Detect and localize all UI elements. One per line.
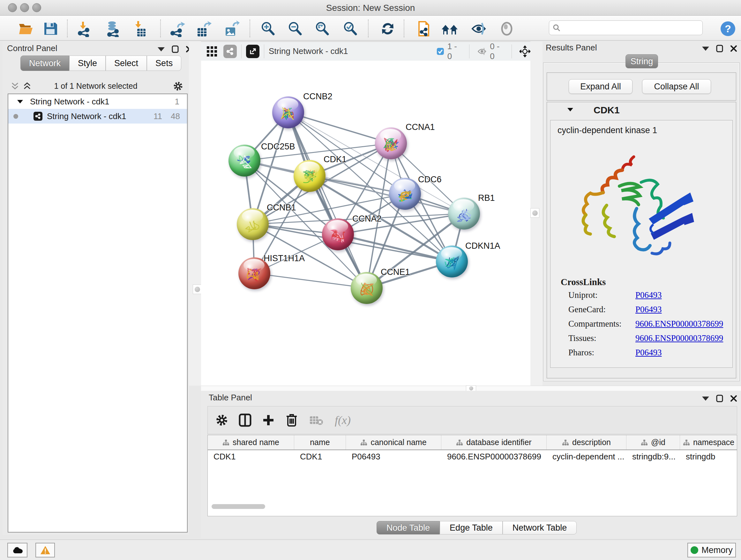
crosslink-link[interactable]: P06493 xyxy=(635,290,662,300)
import-table-icon[interactable] xyxy=(131,20,149,38)
node-CDC25B[interactable] xyxy=(228,145,260,177)
eye-slash-icon[interactable] xyxy=(470,20,488,38)
network-canvas[interactable]: CCNB2CCNA1CDC25BCDK1CDC6RB1CCNB1CCNA2CDK… xyxy=(201,42,530,367)
selected-checkbox-icon[interactable] xyxy=(436,47,444,56)
cell-description[interactable]: cyclin-dependent ... xyxy=(547,452,626,462)
function-builder-icon[interactable]: f(x) xyxy=(335,414,351,427)
results-panel-title: Results Panel xyxy=(546,43,597,53)
zoom-fit-icon[interactable] xyxy=(313,20,331,38)
column-header-sharedname[interactable]: shared name xyxy=(208,435,294,449)
import-network-database-icon[interactable] xyxy=(105,20,122,38)
export-image-icon[interactable] xyxy=(222,20,240,38)
zoom-out-icon[interactable] xyxy=(286,20,304,38)
delete-column-icon[interactable] xyxy=(286,413,298,427)
gear-icon[interactable] xyxy=(215,414,228,427)
columns-icon[interactable] xyxy=(239,413,252,427)
cell-sharedname[interactable]: CDK1 xyxy=(208,452,294,462)
gear-icon[interactable] xyxy=(173,81,183,91)
houses-icon[interactable] xyxy=(441,20,459,38)
node-table: shared namenamecanonical namedatabase id… xyxy=(207,435,737,516)
panel-menu-icon[interactable] xyxy=(702,396,709,401)
import-network-file-icon[interactable] xyxy=(76,20,93,38)
column-header-namespace[interactable]: namespace xyxy=(680,435,737,449)
toolbar-divider xyxy=(368,19,368,37)
tab-style[interactable]: Style xyxy=(69,56,106,71)
tab-select[interactable]: Select xyxy=(106,56,147,71)
tab-edge-table[interactable]: Edge Table xyxy=(440,521,502,535)
tab-network[interactable]: Network xyxy=(20,56,69,71)
cell-databaseidentifier[interactable]: 9606.ENSP00000378699 xyxy=(441,452,547,462)
export-table-icon[interactable] xyxy=(194,20,212,38)
collapse-all-button[interactable]: Collapse All xyxy=(642,79,711,94)
eye-icon[interactable] xyxy=(498,20,516,38)
crosslink-link[interactable]: 9606.ENSP00000378699 xyxy=(635,319,723,329)
network-row-selected[interactable]: String Network - cdk1 11 48 xyxy=(8,109,187,124)
node-RB1[interactable] xyxy=(448,198,480,230)
crosslink-label: Tissues: xyxy=(568,333,596,343)
delete-table-icon[interactable] xyxy=(309,415,323,426)
right-splitter-handle[interactable] xyxy=(530,208,539,218)
panel-float-icon[interactable] xyxy=(172,45,179,53)
scrollbar-thumb[interactable] xyxy=(212,504,265,509)
search-field[interactable] xyxy=(549,20,703,35)
tab-string[interactable]: String xyxy=(625,54,658,68)
column-header-databaseidentifier[interactable]: database identifier xyxy=(441,435,547,449)
zoom-selected-icon[interactable] xyxy=(341,20,359,38)
warning-button[interactable] xyxy=(36,543,55,557)
panel-float-icon[interactable] xyxy=(716,45,723,52)
add-column-icon[interactable] xyxy=(262,414,275,427)
node-CDKN1A[interactable] xyxy=(436,246,468,277)
edge-CCNA2-CDKN1A[interactable] xyxy=(338,234,452,261)
edge-HIST1H1A-CCNE1[interactable] xyxy=(254,273,367,288)
node-CCNA2[interactable] xyxy=(322,219,354,250)
tab-node-table[interactable]: Node Table xyxy=(377,521,440,535)
cell-namespace[interactable]: stringdb xyxy=(680,452,737,462)
tab-sets[interactable]: Sets xyxy=(147,56,181,71)
column-header-description[interactable]: description xyxy=(547,435,626,449)
export-network-icon[interactable] xyxy=(168,20,186,38)
left-splitter-handle[interactable] xyxy=(193,285,202,294)
crosslink-link[interactable]: 9606.ENSP00000378699 xyxy=(635,333,723,343)
expand-all-button[interactable]: Expand All xyxy=(569,79,632,94)
node-label-CCNB2: CCNB2 xyxy=(303,91,333,102)
column-header-name[interactable]: name xyxy=(294,435,346,449)
panel-menu-icon[interactable] xyxy=(702,47,709,51)
network-collection-row[interactable]: String Network - cdk1 1 xyxy=(8,94,187,109)
column-header-id[interactable]: @id xyxy=(626,435,680,449)
cell-id[interactable]: stringdb:9... xyxy=(626,452,680,462)
node-gloss xyxy=(394,179,415,192)
node-CCNB1[interactable] xyxy=(237,208,269,240)
save-session-icon[interactable] xyxy=(42,20,59,38)
cloud-button[interactable] xyxy=(7,543,27,557)
node-CDK1[interactable] xyxy=(293,160,326,192)
memory-button[interactable]: Memory xyxy=(687,543,736,557)
fit-content-crosshair-icon[interactable] xyxy=(520,45,530,58)
left-splitter[interactable] xyxy=(189,42,201,386)
open-session-icon[interactable] xyxy=(17,20,35,38)
cell-canonicalname[interactable]: P06493 xyxy=(346,452,441,462)
gene-collapse-icon[interactable] xyxy=(567,108,573,111)
node-CDC6[interactable] xyxy=(389,178,421,210)
table-row[interactable]: CDK1CDK1P064939606.ENSP00000378699cyclin… xyxy=(208,450,737,463)
node-CCNE1[interactable] xyxy=(351,272,383,304)
string-file-share-icon[interactable] xyxy=(414,20,432,38)
node-CCNB2[interactable] xyxy=(272,97,304,128)
crosslink-link[interactable]: P06493 xyxy=(635,305,662,314)
collection-collapse-icon[interactable] xyxy=(17,100,23,104)
refresh-icon[interactable] xyxy=(379,20,397,38)
tab-network-table[interactable]: Network Table xyxy=(502,521,577,535)
cell-name[interactable]: CDK1 xyxy=(294,452,346,462)
help-icon[interactable]: ? xyxy=(719,20,737,38)
node-CCNA1[interactable] xyxy=(375,127,407,159)
panel-menu-icon[interactable] xyxy=(158,47,165,51)
table-horizontal-scrollbar[interactable] xyxy=(210,504,735,509)
panel-close-icon[interactable] xyxy=(730,45,737,52)
crosslink-link[interactable]: P06493 xyxy=(635,348,662,358)
panel-close-icon[interactable] xyxy=(730,395,737,402)
zoom-in-icon[interactable] xyxy=(259,20,277,38)
search-input[interactable] xyxy=(561,23,690,33)
network-view-panel: CCNB2CCNA1CDC25BCDK1CDC6RB1CCNB1CCNA2CDK… xyxy=(201,42,530,386)
panel-float-icon[interactable] xyxy=(716,395,723,402)
hidden-eye-slash-icon[interactable] xyxy=(477,47,487,56)
column-header-canonicalname[interactable]: canonical name xyxy=(346,435,441,449)
